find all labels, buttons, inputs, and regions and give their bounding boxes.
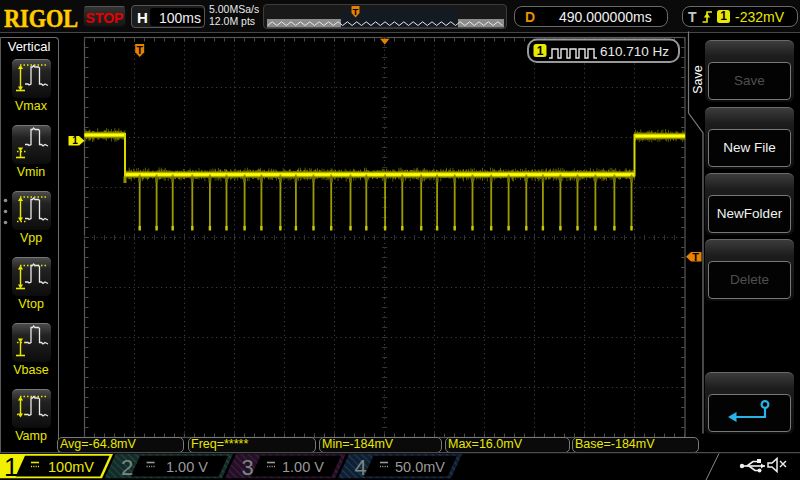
svg-text:T: T: [353, 6, 359, 17]
svg-text:1: 1: [4, 452, 18, 480]
svg-text:1.00 V: 1.00 V: [166, 459, 208, 475]
svg-text:100mV: 100mV: [48, 459, 94, 475]
svg-text:2: 2: [121, 455, 133, 480]
svg-text:50.0mV: 50.0mV: [395, 459, 445, 475]
svg-text:1.00 V: 1.00 V: [282, 459, 324, 475]
svg-text:3: 3: [242, 455, 254, 480]
svg-text:4: 4: [355, 455, 367, 480]
